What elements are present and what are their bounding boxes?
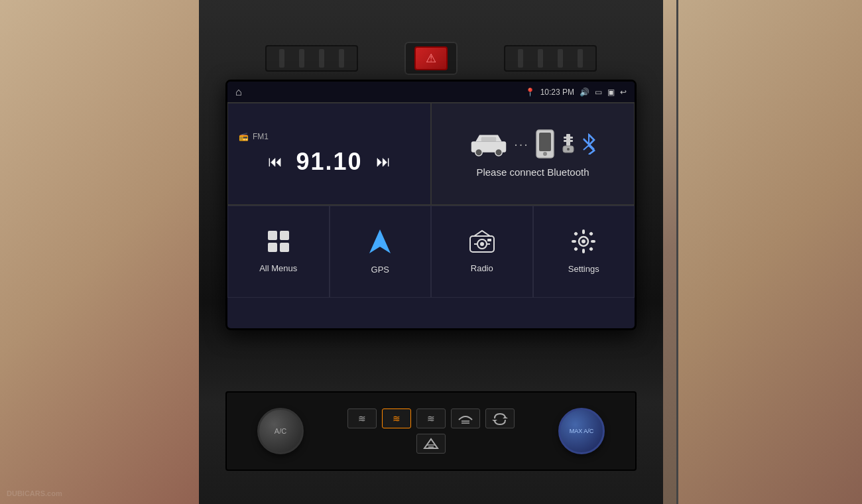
radio-icon: 📻 xyxy=(239,132,249,141)
fan-speed-3-icon: ≋ xyxy=(427,413,435,424)
bluetooth-panel[interactable]: ··· xyxy=(431,103,635,205)
radio-controls: ⏮ 91.10 ⏭ xyxy=(239,148,420,176)
svg-rect-3 xyxy=(481,137,497,142)
bluetooth-icons-row: ··· xyxy=(469,129,597,158)
vent-slot xyxy=(339,49,344,68)
svg-rect-34 xyxy=(589,231,593,236)
vent-slot xyxy=(538,49,543,68)
fan-speed-1-button[interactable]: ≋ xyxy=(347,409,377,428)
radio-menu-icon xyxy=(469,229,495,258)
svg-rect-31 xyxy=(572,240,576,243)
fan-speed-2-icon: ≋ xyxy=(393,413,400,424)
climate-controls: A/C ≋ ≋ ≋ xyxy=(225,391,637,471)
svg-point-2 xyxy=(495,149,503,157)
svg-rect-32 xyxy=(591,240,595,243)
location-icon: 📍 xyxy=(525,88,535,97)
prev-station-button[interactable]: ⏮ xyxy=(268,153,282,170)
back-button[interactable]: ↩ xyxy=(620,88,627,97)
svg-rect-16 xyxy=(268,231,277,240)
home-button[interactable]: ⌂ xyxy=(235,86,242,98)
svg-point-23 xyxy=(480,242,484,246)
infotainment-screen: ⌂ 📍 10:23 PM 🔊 ▭ ▣ ↩ 📻 FM1 xyxy=(227,82,635,328)
svg-point-28 xyxy=(582,239,585,243)
frequency-display: 91.10 xyxy=(296,148,362,176)
ac-knob-left[interactable]: A/C xyxy=(257,408,304,454)
svg-marker-39 xyxy=(503,416,508,418)
menu-item-settings[interactable]: Settings xyxy=(533,206,635,298)
status-info: 📍 10:23 PM 🔊 ▭ ▣ ↩ xyxy=(525,88,627,97)
vent-slot xyxy=(558,49,563,68)
svg-marker-20 xyxy=(369,229,391,253)
svg-rect-8 xyxy=(564,137,573,139)
gps-label: GPS xyxy=(371,265,389,275)
menu-item-all-menus[interactable]: All Menus xyxy=(227,206,330,298)
volume-icon[interactable]: 🔊 xyxy=(580,88,589,97)
svg-marker-40 xyxy=(492,420,497,422)
status-bar: ⌂ 📍 10:23 PM 🔊 ▭ ▣ ↩ xyxy=(227,82,635,103)
recirculation-icon xyxy=(492,411,508,426)
hazard-button[interactable]: ⚠ xyxy=(414,46,448,70)
settings-label: Settings xyxy=(568,264,599,274)
rear-defrost-button[interactable] xyxy=(451,409,480,428)
radio-panel: 📻 FM1 ⏮ 91.10 ⏭ xyxy=(227,103,431,205)
vent-slot xyxy=(279,49,284,68)
vent-slot xyxy=(319,49,324,68)
tablet-icon[interactable]: ▣ xyxy=(607,88,615,97)
phone-icon xyxy=(534,129,556,158)
radio-label: 📻 FM1 xyxy=(239,132,269,141)
vent-slot xyxy=(299,49,304,68)
recirculation-button[interactable] xyxy=(485,409,515,428)
max-ac-knob-right[interactable]: MAX A/C xyxy=(558,408,605,454)
windshield-icon xyxy=(423,436,439,451)
svg-rect-29 xyxy=(582,229,585,234)
car-interior: ⚠ ⌂ 📍 10:23 PM 🔊 xyxy=(0,0,862,504)
gps-icon xyxy=(368,228,392,259)
svg-rect-19 xyxy=(280,243,289,252)
bluetooth-symbol xyxy=(581,133,597,155)
grid-icon xyxy=(267,229,290,258)
menu-item-radio[interactable]: Radio xyxy=(431,206,533,298)
settings-gear-icon xyxy=(571,229,596,259)
fan-speed-3-button[interactable]: ≋ xyxy=(416,409,446,428)
fan-speed-2-button[interactable]: ≋ xyxy=(382,409,411,428)
svg-point-6 xyxy=(543,152,547,156)
svg-rect-18 xyxy=(268,243,277,252)
right-door-panel xyxy=(676,0,862,504)
rear-defrost-icon xyxy=(458,412,473,425)
window-icon[interactable]: ▭ xyxy=(595,88,602,97)
svg-rect-35 xyxy=(574,247,578,251)
windshield-defrost-button[interactable] xyxy=(416,434,446,454)
vent-slot xyxy=(518,49,523,68)
center-hazard-area: ⚠ xyxy=(404,42,458,75)
svg-point-11 xyxy=(567,148,570,151)
car-icon xyxy=(469,131,509,157)
svg-rect-33 xyxy=(574,231,578,236)
infotainment-unit: ⌂ 📍 10:23 PM 🔊 ▭ ▣ ↩ 📻 FM1 xyxy=(225,80,637,330)
svg-rect-17 xyxy=(280,231,289,240)
bottom-menu: All Menus GPS xyxy=(227,205,635,298)
menu-item-gps[interactable]: GPS xyxy=(330,206,432,298)
all-menus-label: All Menus xyxy=(259,263,297,273)
clock-display: 10:23 PM xyxy=(540,88,574,97)
svg-rect-30 xyxy=(582,249,585,253)
svg-rect-9 xyxy=(564,140,573,142)
fan-speed-1-icon: ≋ xyxy=(358,413,366,424)
left-door-panel xyxy=(0,0,212,504)
radio-band-label: FM1 xyxy=(253,132,269,141)
connection-dots: ··· xyxy=(514,137,529,152)
watermark-logo: DUBICARS.com xyxy=(7,489,62,497)
svg-rect-5 xyxy=(539,133,551,151)
climate-buttons: ≋ ≋ ≋ xyxy=(338,409,524,454)
main-content: 📻 FM1 ⏮ 91.10 ⏭ xyxy=(227,103,635,328)
vent-slot xyxy=(578,49,583,68)
left-vent xyxy=(265,45,358,72)
ac-label-left: A/C xyxy=(275,427,286,435)
next-station-button[interactable]: ⏭ xyxy=(376,153,391,170)
usb-icon xyxy=(561,134,576,154)
bluetooth-message: Please connect Bluetooth xyxy=(476,166,589,178)
svg-point-1 xyxy=(475,149,483,157)
top-vents-area: ⚠ xyxy=(265,40,597,76)
svg-rect-36 xyxy=(589,247,593,251)
radio-menu-label: Radio xyxy=(471,263,493,273)
max-ac-label: MAX A/C xyxy=(570,428,594,435)
